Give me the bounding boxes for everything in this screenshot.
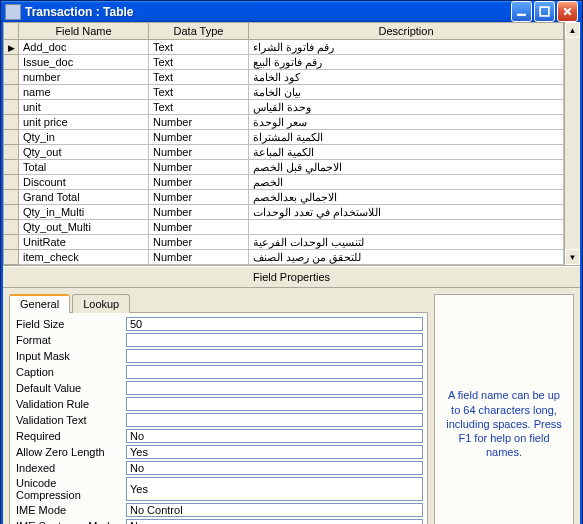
row-selector[interactable] — [4, 175, 19, 190]
table-row[interactable]: Qty_in_MultiNumberاللاستخدام في تعدد الو… — [4, 205, 564, 220]
property-value[interactable] — [126, 397, 423, 411]
table-row[interactable]: TotalNumberالاجمالي قبل الخصم — [4, 160, 564, 175]
row-selector[interactable] — [4, 70, 19, 85]
row-selector[interactable] — [4, 190, 19, 205]
property-value[interactable]: Yes — [126, 445, 423, 459]
cell-data-type[interactable]: Number — [149, 190, 249, 205]
minimize-button[interactable] — [511, 1, 532, 22]
cell-data-type[interactable]: Text — [149, 85, 249, 100]
table-row[interactable]: Grand TotalNumberالاجمالي بعدالخصم — [4, 190, 564, 205]
property-value[interactable] — [126, 365, 423, 379]
row-selector[interactable] — [4, 145, 19, 160]
cell-field-name[interactable]: unit price — [19, 115, 149, 130]
tab-lookup[interactable]: Lookup — [72, 294, 130, 313]
property-value[interactable] — [126, 413, 423, 427]
row-selector[interactable] — [4, 85, 19, 100]
col-data-type[interactable]: Data Type — [149, 23, 249, 40]
table-row[interactable]: Add_docTextرقم فاتورة الشراء — [4, 40, 564, 55]
cell-field-name[interactable]: Qty_in_Multi — [19, 205, 149, 220]
tab-general[interactable]: General — [9, 294, 70, 313]
cell-data-type[interactable]: Text — [149, 40, 249, 55]
cell-field-name[interactable]: Issue_doc — [19, 55, 149, 70]
col-description[interactable]: Description — [249, 23, 564, 40]
table-row[interactable]: item_checkNumberللتحقق من رصيد الصنف — [4, 250, 564, 265]
cell-field-name[interactable]: Discount — [19, 175, 149, 190]
cell-field-name[interactable]: Grand Total — [19, 190, 149, 205]
table-row[interactable]: Issue_docTextرقم فاتورة البيع — [4, 55, 564, 70]
cell-field-name[interactable]: Qty_out — [19, 145, 149, 160]
cell-field-name[interactable]: unit — [19, 100, 149, 115]
table-row[interactable]: UnitRateNumberلتنسيب الوحدات الفرعية — [4, 235, 564, 250]
close-button[interactable] — [557, 1, 578, 22]
property-value[interactable]: No — [126, 461, 423, 475]
scroll-up-icon[interactable]: ▲ — [565, 22, 580, 38]
cell-data-type[interactable]: Number — [149, 175, 249, 190]
row-selector[interactable] — [4, 100, 19, 115]
row-selector[interactable] — [4, 250, 19, 265]
cell-data-type[interactable]: Number — [149, 160, 249, 175]
property-value[interactable]: Yes — [126, 477, 423, 501]
cell-description[interactable]: الاجمالي بعدالخصم — [249, 190, 564, 205]
cell-field-name[interactable]: Qty_out_Multi — [19, 220, 149, 235]
cell-description[interactable]: اللاستخدام في تعدد الوحدات — [249, 205, 564, 220]
property-value[interactable]: No — [126, 429, 423, 443]
cell-data-type[interactable]: Number — [149, 250, 249, 265]
cell-description[interactable]: الكمية المباعة — [249, 145, 564, 160]
col-field-name[interactable]: Field Name — [19, 23, 149, 40]
cell-data-type[interactable]: Number — [149, 220, 249, 235]
cell-description[interactable]: لتنسيب الوحدات الفرعية — [249, 235, 564, 250]
cell-data-type[interactable]: Text — [149, 70, 249, 85]
titlebar[interactable]: Transaction : Table — [1, 1, 582, 22]
table-row[interactable]: DiscountNumberالخصم — [4, 175, 564, 190]
cell-data-type[interactable]: Text — [149, 55, 249, 70]
row-selector[interactable] — [4, 40, 19, 55]
table-row[interactable]: Qty_inNumberالكمية المشتراة — [4, 130, 564, 145]
cell-field-name[interactable]: number — [19, 70, 149, 85]
cell-field-name[interactable]: Add_doc — [19, 40, 149, 55]
table-row[interactable]: Qty_outNumberالكمية المباعة — [4, 145, 564, 160]
cell-description[interactable]: بيان الخامة — [249, 85, 564, 100]
cell-field-name[interactable]: item_check — [19, 250, 149, 265]
selector-header[interactable] — [4, 23, 19, 40]
cell-data-type[interactable]: Text — [149, 100, 249, 115]
property-value[interactable]: 50 — [126, 317, 423, 331]
cell-description[interactable]: الكمية المشتراة — [249, 130, 564, 145]
table-row[interactable]: unitTextوحدة القياس — [4, 100, 564, 115]
cell-field-name[interactable]: UnitRate — [19, 235, 149, 250]
row-selector[interactable] — [4, 235, 19, 250]
property-value[interactable] — [126, 381, 423, 395]
cell-description[interactable]: رقم فاتورة البيع — [249, 55, 564, 70]
row-selector[interactable] — [4, 205, 19, 220]
cell-description[interactable]: الاجمالي قبل الخصم — [249, 160, 564, 175]
row-selector[interactable] — [4, 160, 19, 175]
cell-field-name[interactable]: Total — [19, 160, 149, 175]
row-selector[interactable] — [4, 130, 19, 145]
cell-description[interactable] — [249, 220, 564, 235]
maximize-button[interactable] — [534, 1, 555, 22]
row-selector[interactable] — [4, 115, 19, 130]
cell-field-name[interactable]: Qty_in — [19, 130, 149, 145]
row-selector[interactable] — [4, 220, 19, 235]
scroll-track[interactable] — [565, 38, 580, 249]
cell-description[interactable]: للتحقق من رصيد الصنف — [249, 250, 564, 265]
cell-field-name[interactable]: name — [19, 85, 149, 100]
vertical-scrollbar[interactable]: ▲ ▼ — [564, 22, 580, 265]
row-selector[interactable] — [4, 55, 19, 70]
cell-data-type[interactable]: Number — [149, 205, 249, 220]
cell-description[interactable]: كود الخامة — [249, 70, 564, 85]
cell-data-type[interactable]: Number — [149, 115, 249, 130]
cell-description[interactable]: وحدة القياس — [249, 100, 564, 115]
scroll-down-icon[interactable]: ▼ — [565, 249, 580, 265]
cell-data-type[interactable]: Number — [149, 145, 249, 160]
property-value[interactable] — [126, 333, 423, 347]
property-value[interactable] — [126, 349, 423, 363]
cell-description[interactable]: رقم فاتورة الشراء — [249, 40, 564, 55]
table-row[interactable]: numberTextكود الخامة — [4, 70, 564, 85]
design-grid[interactable]: Field Name Data Type Description Add_doc… — [3, 22, 564, 265]
property-value[interactable]: No Control — [126, 503, 423, 517]
table-row[interactable]: nameTextبيان الخامة — [4, 85, 564, 100]
table-row[interactable]: unit priceNumberسعر الوحدة — [4, 115, 564, 130]
cell-data-type[interactable]: Number — [149, 130, 249, 145]
property-value[interactable]: None — [126, 519, 423, 524]
cell-description[interactable]: الخصم — [249, 175, 564, 190]
